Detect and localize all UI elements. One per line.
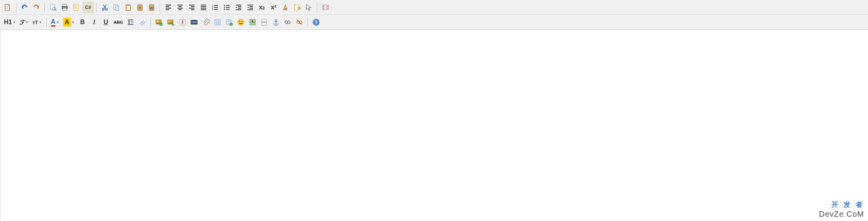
source-button[interactable] xyxy=(2,2,13,13)
svg-text:W: W xyxy=(150,6,154,10)
print-button[interactable] xyxy=(59,2,70,13)
svg-rect-80 xyxy=(191,20,192,24)
fontcolor-dropdown[interactable]: A▼ xyxy=(49,17,61,28)
about-button[interactable]: ? xyxy=(311,17,322,28)
bold-button[interactable]: B xyxy=(77,17,88,28)
indent-button[interactable] xyxy=(233,2,244,13)
fontsize-dropdown[interactable]: тT▼ xyxy=(31,17,43,28)
fontfamily-dropdown[interactable]: ℱ▼ xyxy=(18,17,30,28)
svg-point-76 xyxy=(169,21,170,22)
chevron-down-icon: ▼ xyxy=(56,21,59,24)
table-button[interactable] xyxy=(212,17,223,28)
separator xyxy=(44,3,45,12)
svg-rect-24 xyxy=(139,4,141,5)
paste-button[interactable] xyxy=(123,2,134,13)
italic-label: I xyxy=(93,19,95,26)
link-button[interactable] xyxy=(282,17,293,28)
svg-rect-10 xyxy=(74,4,78,11)
svg-rect-99 xyxy=(262,23,267,25)
backcolor-dropdown[interactable]: A▼ xyxy=(62,17,76,28)
codesyntax-button[interactable]: C# xyxy=(83,2,94,13)
svg-point-95 xyxy=(242,21,242,22)
svg-rect-87 xyxy=(215,19,220,21)
svg-line-17 xyxy=(103,5,106,9)
redo-button[interactable] xyxy=(31,2,42,13)
eraser-button[interactable] xyxy=(137,17,148,28)
italic-button[interactable]: I xyxy=(89,17,100,28)
svg-point-94 xyxy=(239,21,240,22)
emoticon-button[interactable] xyxy=(235,17,246,28)
formatmatch-button[interactable] xyxy=(292,2,302,13)
alignleft-button[interactable] xyxy=(163,2,174,13)
insertimage-button[interactable]: + xyxy=(154,17,164,28)
svg-rect-79 xyxy=(192,21,196,23)
map-button[interactable] xyxy=(247,17,258,28)
svg-rect-81 xyxy=(196,20,197,24)
svg-point-97 xyxy=(252,20,253,22)
multiimage-button[interactable] xyxy=(165,17,176,28)
unlink-button[interactable] xyxy=(294,17,305,28)
copy-button[interactable] xyxy=(111,2,122,13)
orderedlist-button[interactable]: 123 xyxy=(210,2,221,13)
attachment-button[interactable] xyxy=(200,17,211,28)
superscript-label: x² xyxy=(271,4,276,11)
svg-point-101 xyxy=(275,19,277,21)
cut-button[interactable] xyxy=(99,2,110,13)
bold-label: B xyxy=(80,19,85,26)
svg-point-53 xyxy=(224,9,225,10)
media-button[interactable] xyxy=(189,17,200,28)
removeformat-button[interactable] xyxy=(280,2,291,13)
subscript-button[interactable]: x₂ xyxy=(256,2,267,13)
superscript-button[interactable]: x² xyxy=(268,2,279,13)
watermark-cn: 开 发 者 xyxy=(831,200,864,209)
svg-point-15 xyxy=(106,8,108,10)
underline-button[interactable]: U xyxy=(101,17,111,28)
svg-rect-98 xyxy=(262,19,267,22)
alignright-button[interactable] xyxy=(186,2,197,13)
svg-rect-65 xyxy=(295,5,299,10)
svg-point-52 xyxy=(224,7,225,8)
lineheight-button[interactable] xyxy=(125,17,136,28)
svg-point-51 xyxy=(224,5,225,6)
justify-button[interactable] xyxy=(198,2,209,13)
svg-point-93 xyxy=(238,19,244,25)
heading-label: H1 xyxy=(4,19,12,26)
svg-rect-9 xyxy=(63,8,67,11)
aligncenter-button[interactable] xyxy=(175,2,186,13)
heading-dropdown[interactable]: H1▼ xyxy=(2,17,17,28)
svg-rect-19 xyxy=(115,6,119,11)
flash-button[interactable] xyxy=(177,17,188,28)
selectall-button[interactable] xyxy=(303,2,314,13)
outdent-button[interactable] xyxy=(245,2,256,13)
undo-button[interactable] xyxy=(19,2,30,13)
editor-content-area[interactable] xyxy=(0,30,868,220)
unorderedlist-button[interactable] xyxy=(221,2,232,13)
pagebreak-button[interactable] xyxy=(259,17,270,28)
strikethrough-label: ABC xyxy=(114,20,123,25)
svg-text:+: + xyxy=(230,23,232,26)
svg-rect-27 xyxy=(150,4,153,5)
chevron-down-icon: ▼ xyxy=(25,21,28,24)
svg-text:3: 3 xyxy=(212,8,214,11)
anchor-button[interactable] xyxy=(270,17,281,28)
svg-line-6 xyxy=(55,10,56,11)
codesyntax-label: C# xyxy=(85,5,91,10)
svg-text:?: ? xyxy=(315,20,318,25)
separator xyxy=(160,3,160,12)
backcolor-label: A xyxy=(63,18,71,27)
pastetext-button[interactable]: T xyxy=(134,2,145,13)
template-button[interactable] xyxy=(71,2,82,13)
fullscreen-button[interactable] xyxy=(320,2,331,13)
toolbar-row-2: H1▼ ℱ▼ тT▼ A▼ A▼ B I U ABC xyxy=(0,15,868,30)
separator xyxy=(150,18,151,27)
svg-line-108 xyxy=(297,20,302,25)
preview-button[interactable] xyxy=(48,2,58,13)
chevron-down-icon: ▼ xyxy=(72,21,75,24)
underline-label: U xyxy=(104,19,108,26)
tableedit-button[interactable]: + xyxy=(224,17,235,28)
pasteword-button[interactable]: W xyxy=(146,2,157,13)
separator xyxy=(46,18,47,27)
svg-rect-7 xyxy=(63,4,67,6)
toolbar-row-1: C# T W 123 xyxy=(0,0,868,15)
strikethrough-button[interactable]: ABC xyxy=(112,17,125,28)
